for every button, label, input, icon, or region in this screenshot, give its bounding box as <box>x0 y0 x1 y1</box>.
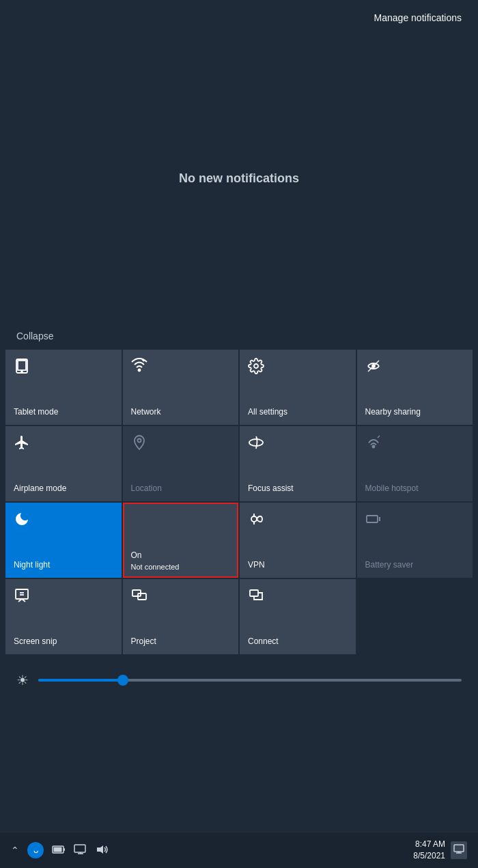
focus-assist-icon <box>248 434 264 453</box>
vpn-icon <box>248 511 264 530</box>
svg-point-2 <box>21 371 23 372</box>
battery-saver-icon <box>365 511 382 530</box>
manage-notifications-link[interactable]: Manage notifications <box>374 12 462 23</box>
tablet-mode-icon <box>14 358 30 377</box>
taskbar-left: ⌃ ᴗ <box>11 842 109 858</box>
tile-network[interactable]: Network <box>123 350 239 425</box>
connect-label: Connect <box>248 636 279 647</box>
project-icon <box>131 587 147 606</box>
screen-snip-icon <box>14 587 30 606</box>
tile-wifi-status[interactable]: OnNot connected <box>123 503 239 578</box>
quick-actions-grid: Tablet mode Network All settings Nearby … <box>3 350 475 654</box>
night-light-label: Night light <box>14 560 50 571</box>
tablet-mode-label: Tablet mode <box>14 407 58 418</box>
action-center-icon[interactable] <box>451 841 467 859</box>
brightness-icon: ☀ <box>16 672 29 688</box>
airplane-mode-icon <box>14 434 30 453</box>
top-bar: Manage notifications <box>0 0 478 31</box>
wifi-status-main-label: On <box>131 550 180 561</box>
monitor-icon[interactable] <box>74 844 87 857</box>
tile-project[interactable]: Project <box>123 579 239 654</box>
wifi-status-label: OnNot connected <box>131 550 180 571</box>
tile-night-light[interactable]: Night light <box>5 503 122 578</box>
network-icon <box>131 358 147 377</box>
wifi-status-sub-label: Not connected <box>131 563 180 571</box>
clock-date: 8/5/2021 <box>413 850 445 862</box>
location-icon <box>131 434 147 453</box>
all-settings-icon <box>248 358 264 377</box>
location-label: Location <box>131 484 162 494</box>
svg-point-7 <box>137 439 141 443</box>
tile-vpn[interactable]: VPN <box>240 503 356 578</box>
svg-line-10 <box>378 436 380 438</box>
tile-tablet-mode[interactable]: Tablet mode <box>5 350 122 425</box>
svg-rect-24 <box>54 847 62 852</box>
brightness-slider-track[interactable] <box>38 679 462 682</box>
tile-connect[interactable]: Connect <box>240 579 356 654</box>
no-notifications-text: No new notifications <box>179 171 299 186</box>
clock-area: 8:47 AM 8/5/2021 <box>413 839 445 862</box>
svg-rect-23 <box>64 848 65 851</box>
svg-point-8 <box>249 439 263 446</box>
brightness-slider-thumb[interactable] <box>117 675 128 686</box>
tile-battery-saver[interactable]: Battery saver <box>357 503 473 578</box>
notifications-area: No new notifications <box>0 31 478 325</box>
focus-assist-label: Focus assist <box>248 484 294 494</box>
screen-snip-label: Screen snip <box>14 636 57 647</box>
nearby-sharing-icon <box>365 358 382 377</box>
tile-mobile-hotspot[interactable]: Mobile hotspot <box>357 426 473 501</box>
chevron-icon[interactable]: ⌃ <box>11 845 19 856</box>
svg-rect-1 <box>18 361 26 370</box>
svg-rect-25 <box>74 845 85 852</box>
clock-time: 8:47 AM <box>413 839 445 850</box>
project-label: Project <box>131 636 156 647</box>
network-label: Network <box>131 407 161 418</box>
tile-airplane-mode[interactable]: Airplane mode <box>5 426 122 501</box>
svg-point-9 <box>372 446 374 448</box>
nearby-sharing-label: Nearby sharing <box>365 407 421 418</box>
tile-all-settings[interactable]: All settings <box>240 350 356 425</box>
night-light-icon <box>14 511 30 530</box>
svg-rect-29 <box>454 845 464 852</box>
svg-rect-12 <box>367 516 378 522</box>
svg-point-5 <box>254 364 258 368</box>
tile-screen-snip[interactable]: Screen snip <box>5 579 122 654</box>
brightness-area: ☀ <box>0 660 478 701</box>
volume-icon[interactable] <box>96 844 109 857</box>
svg-rect-16 <box>16 589 28 599</box>
collapse-button[interactable]: Collapse <box>0 325 478 350</box>
bluetooth-icon[interactable]: ᴗ <box>27 842 44 858</box>
tile-focus-assist[interactable]: Focus assist <box>240 426 356 501</box>
all-settings-label: All settings <box>248 407 287 418</box>
svg-rect-21 <box>250 590 258 596</box>
svg-point-3 <box>138 369 140 372</box>
tile-nearby-sharing[interactable]: Nearby sharing <box>357 350 473 425</box>
battery-saver-label: Battery saver <box>365 560 414 571</box>
mobile-hotspot-icon <box>365 434 382 453</box>
svg-point-11 <box>251 516 257 522</box>
airplane-mode-label: Airplane mode <box>14 484 66 494</box>
brightness-slider-fill <box>38 679 123 682</box>
taskbar-right: 8:47 AM 8/5/2021 <box>413 839 467 862</box>
mobile-hotspot-label: Mobile hotspot <box>365 484 419 494</box>
taskbar: ⌃ ᴗ 8:47 AM 8/5/2021 <box>0 832 478 868</box>
vpn-label: VPN <box>248 560 265 571</box>
svg-marker-28 <box>97 845 103 854</box>
tile-location[interactable]: Location <box>123 426 239 501</box>
battery-taskbar-icon[interactable] <box>52 845 66 856</box>
connect-icon <box>248 587 264 606</box>
